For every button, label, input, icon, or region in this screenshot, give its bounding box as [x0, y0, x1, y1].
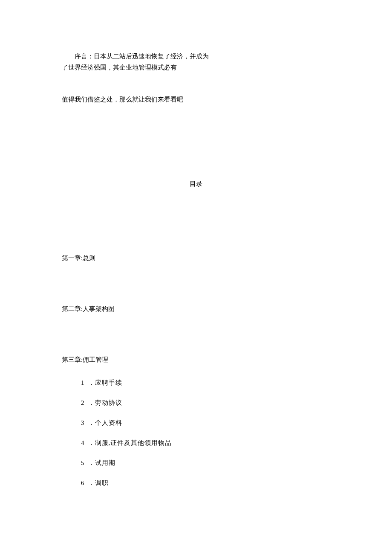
toc-item-text: ．劳动协议: [88, 399, 122, 406]
toc-item-1: 1．应聘手续: [62, 379, 330, 387]
toc-item-num: 1: [81, 379, 85, 386]
toc-item-num: 6: [81, 479, 85, 487]
toc-item-5: 5．试用期: [62, 459, 330, 467]
toc-item-num: 4: [81, 439, 85, 447]
preface-block: 序言：日本从二站后迅速地恢复了经济，并成为 了世界经济强国，其企业地管理模式必有…: [62, 51, 330, 105]
chapter-1-title: 第一章:总则: [62, 254, 330, 262]
chapter-2-title: 第二章:人事架构图: [62, 305, 330, 313]
document-page: 序言：日本从二站后迅速地恢复了经济，并成为 了世界经济强国，其企业地管理模式必有…: [0, 0, 392, 487]
toc-item-3: 3．个人资料: [62, 419, 330, 427]
toc-item-num: 3: [81, 419, 85, 427]
toc-title: 目录: [62, 180, 330, 188]
toc-item-text: ．试用期: [88, 459, 115, 466]
toc-item-text: ．制服,证件及其他领用物品: [88, 439, 172, 446]
toc-item-text: ．个人资料: [88, 419, 122, 426]
preface-line-1: 序言：日本从二站后迅速地恢复了经济，并成为: [62, 51, 330, 62]
toc-item-4: 4．制服,证件及其他领用物品: [62, 439, 330, 447]
toc-item-num: 5: [81, 459, 85, 467]
toc-item-num: 2: [81, 399, 85, 407]
preface-line-2: 了世界经济强国，其企业地管理模式必有: [62, 62, 330, 73]
toc-item-6: 6．调职: [62, 479, 330, 487]
toc-item-2: 2．劳动协议: [62, 399, 330, 407]
toc-item-text: ．调职: [88, 479, 109, 486]
toc-item-text: ．应聘手续: [88, 379, 122, 386]
preface-line-3: 值得我们借鉴之处，那么就让我们来看看吧: [62, 94, 330, 105]
chapter-3-title: 第三章:佣工管理: [62, 356, 330, 364]
